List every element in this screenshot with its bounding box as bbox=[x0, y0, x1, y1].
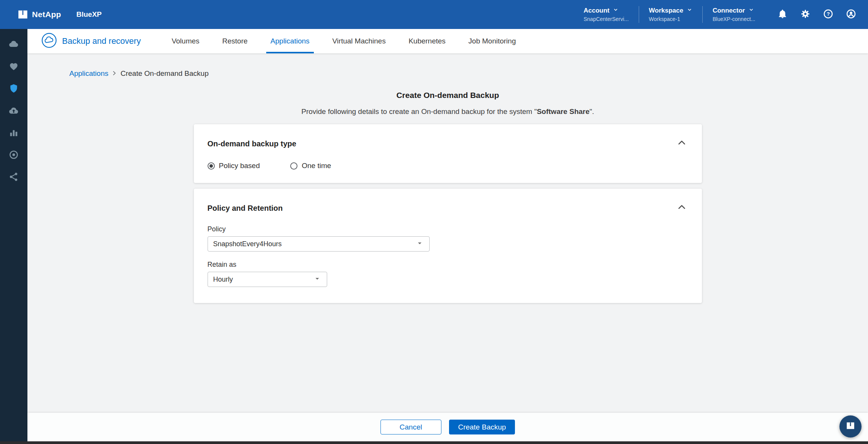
netapp-chat-icon bbox=[846, 421, 855, 432]
breadcrumb: Applications Create On-demand Backup bbox=[69, 69, 209, 78]
content-column: Create On-demand Backup Provide followin… bbox=[194, 53, 702, 303]
caret-down-icon bbox=[416, 239, 424, 249]
main-content: Applications Create On-demand Backup Cre… bbox=[27, 53, 868, 413]
help-button[interactable]: ? bbox=[822, 9, 834, 20]
workspace-menu-label: Workspace bbox=[649, 7, 683, 14]
retain-as-select[interactable]: Hourly bbox=[208, 272, 327, 287]
action-footer: Cancel Create Backup bbox=[27, 413, 868, 441]
account-menu-label: Account bbox=[583, 7, 609, 14]
sidebar-item-backup[interactable] bbox=[8, 105, 19, 116]
left-sidebar bbox=[0, 29, 27, 444]
backup-type-card-title: On-demand backup type bbox=[208, 139, 296, 148]
gear-icon bbox=[800, 9, 810, 21]
chevron-down-icon bbox=[687, 7, 692, 14]
workspace-menu[interactable]: Workspace Workspace-1 bbox=[639, 7, 702, 22]
top-bar-right: Account SnapCenterServi... Workspace Wor… bbox=[574, 0, 857, 29]
create-backup-button[interactable]: Create Backup bbox=[449, 420, 515, 434]
tab-kubernetes[interactable]: Kubernetes bbox=[404, 29, 450, 53]
breadcrumb-link-applications[interactable]: Applications bbox=[69, 69, 108, 78]
workspace-menu-value: Workspace-1 bbox=[649, 16, 692, 22]
collapse-button[interactable] bbox=[675, 137, 688, 150]
product-name: BlueXP bbox=[76, 10, 102, 19]
svg-text:?: ? bbox=[826, 11, 830, 17]
settings-button[interactable] bbox=[799, 9, 811, 20]
radio-unselected-icon bbox=[290, 162, 297, 170]
heart-icon bbox=[8, 66, 19, 73]
breadcrumb-current: Create On-demand Backup bbox=[120, 69, 208, 78]
globe-icon bbox=[8, 155, 19, 161]
help-icon: ? bbox=[823, 9, 833, 21]
caret-down-icon bbox=[313, 274, 321, 285]
bell-icon bbox=[777, 9, 788, 21]
chevron-up-icon bbox=[676, 137, 687, 150]
policy-field-label: Policy bbox=[208, 225, 688, 233]
subtitle-prefix: Provide following details to create an O… bbox=[301, 107, 537, 115]
retain-as-select-value: Hourly bbox=[213, 276, 233, 284]
chevron-down-icon bbox=[613, 7, 619, 14]
cancel-button[interactable]: Cancel bbox=[380, 420, 441, 434]
brand-name: NetApp bbox=[32, 10, 61, 19]
policy-select[interactable]: SnapshotEvery4Hours bbox=[208, 236, 430, 252]
tab-restore[interactable]: Restore bbox=[218, 29, 252, 53]
backup-recovery-icon bbox=[42, 33, 57, 50]
share-icon bbox=[8, 177, 19, 183]
netapp-logo-icon bbox=[18, 9, 28, 20]
collapse-button[interactable] bbox=[675, 202, 688, 215]
radio-policy-based[interactable]: Policy based bbox=[208, 162, 260, 170]
user-icon bbox=[846, 9, 856, 21]
radio-selected-icon bbox=[208, 162, 215, 170]
sidebar-item-cloud[interactable] bbox=[8, 39, 19, 50]
tab-volumes[interactable]: Volumes bbox=[168, 29, 204, 53]
page-subtitle: Provide following details to create an O… bbox=[194, 107, 702, 116]
sidebar-item-sync[interactable] bbox=[8, 172, 19, 182]
service-header: Backup and recovery Volumes Restore Appl… bbox=[27, 29, 868, 53]
sidebar-item-governance[interactable] bbox=[8, 149, 19, 160]
notifications-button[interactable] bbox=[777, 9, 788, 20]
retain-field-label: Retain as bbox=[208, 261, 688, 269]
page-title: Create On-demand Backup bbox=[194, 91, 702, 100]
chevron-right-icon bbox=[112, 69, 117, 78]
tab-virtual-machines[interactable]: Virtual Machines bbox=[328, 29, 390, 53]
shield-icon bbox=[8, 88, 19, 95]
tab-applications[interactable]: Applications bbox=[266, 29, 313, 53]
connector-menu-value: BlueXP-connect... bbox=[713, 16, 755, 22]
account-menu-value: SnapCenterServi... bbox=[583, 16, 628, 22]
bar-chart-icon bbox=[8, 133, 19, 139]
sidebar-item-analytics[interactable] bbox=[8, 127, 19, 138]
policy-retention-card: Policy and Retention Policy SnapshotEver… bbox=[194, 189, 702, 303]
chevron-up-icon bbox=[676, 202, 687, 215]
bottom-edge bbox=[0, 441, 868, 444]
user-menu-button[interactable] bbox=[845, 9, 857, 20]
sidebar-item-health[interactable] bbox=[8, 61, 19, 72]
subtitle-suffix: ". bbox=[590, 107, 594, 115]
connector-menu[interactable]: Connector BlueXP-connect... bbox=[703, 7, 765, 22]
policy-retention-card-title: Policy and Retention bbox=[208, 204, 283, 213]
chevron-down-icon bbox=[748, 7, 754, 14]
radio-one-time-label: One time bbox=[302, 162, 331, 170]
policy-select-value: SnapshotEvery4Hours bbox=[213, 240, 282, 248]
connector-menu-label: Connector bbox=[713, 7, 745, 14]
cloud-icon bbox=[8, 44, 19, 51]
subtitle-system-name: Software Share bbox=[537, 107, 589, 115]
backup-type-card: On-demand backup type Policy based One t… bbox=[194, 124, 702, 183]
brand: NetApp BlueXP bbox=[18, 9, 102, 20]
support-chat-fab[interactable] bbox=[839, 415, 862, 438]
sidebar-item-protection[interactable] bbox=[8, 83, 19, 94]
top-bar: NetApp BlueXP Account SnapCenterServi...… bbox=[0, 0, 868, 29]
radio-one-time[interactable]: One time bbox=[290, 162, 331, 170]
service-title: Backup and recovery bbox=[62, 36, 141, 46]
service-tabs: Volumes Restore Applications Virtual Mac… bbox=[168, 29, 535, 53]
radio-policy-based-label: Policy based bbox=[219, 162, 260, 170]
tab-job-monitoring[interactable]: Job Monitoring bbox=[464, 29, 520, 53]
account-menu[interactable]: Account SnapCenterServi... bbox=[574, 7, 638, 22]
backup-type-options: Policy based One time bbox=[208, 162, 688, 170]
cloud-backup-icon bbox=[8, 111, 19, 117]
